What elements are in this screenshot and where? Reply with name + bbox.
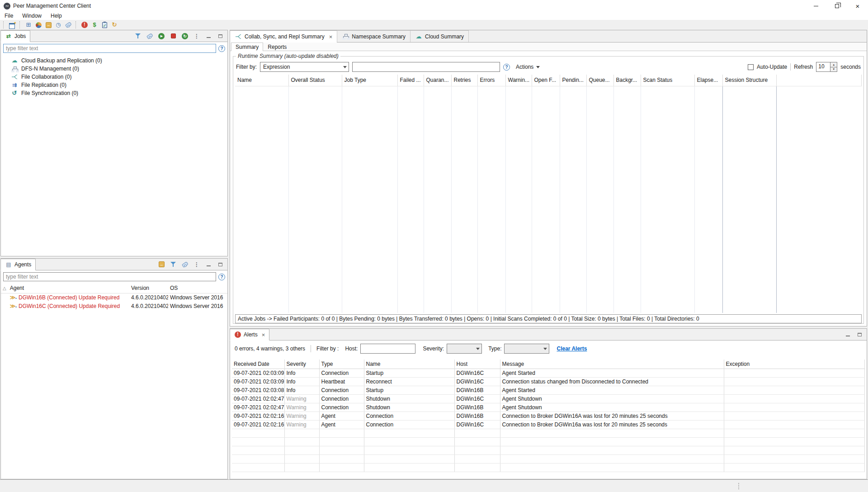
column-elapsed[interactable]: Elapse... [694, 75, 722, 86]
subtab-reports[interactable]: Reports [263, 43, 291, 51]
column-session-structure[interactable]: Session Structure [722, 75, 776, 86]
column-errors[interactable]: Errors [477, 75, 505, 86]
alert-row[interactable]: 09-07-2021 02:02:47WarningConnectionShut… [232, 403, 865, 412]
column-received-date[interactable]: Received Date [232, 360, 284, 369]
filter-help-icon[interactable]: ? [503, 64, 510, 71]
close-tab-icon[interactable]: × [329, 33, 333, 40]
jobs-filter-input[interactable] [3, 44, 216, 53]
agents-column-version[interactable]: Version [129, 283, 168, 293]
column-message[interactable]: Message [500, 360, 724, 369]
column-queued[interactable]: Queue... [586, 75, 613, 86]
window-minimize-button[interactable] [806, 0, 826, 12]
column-name[interactable]: Name [235, 75, 288, 86]
auto-update-checkbox[interactable] [748, 64, 754, 70]
host-filter-input[interactable] [360, 344, 415, 354]
jobs-icon: ⇄ [5, 33, 12, 40]
tab-jobs[interactable]: ⇄ Jobs [0, 30, 30, 42]
alerts-maximize-button[interactable] [854, 330, 864, 339]
agents-maximize-button[interactable] [215, 260, 225, 269]
restart-job-button[interactable]: ↻ [180, 32, 190, 41]
new-job-button[interactable] [7, 20, 17, 29]
subtab-summary[interactable]: Summary [231, 43, 263, 51]
tree-item-file-replication[interactable]: ⇉ File Replication (0) [1, 81, 227, 89]
column-failed[interactable]: Failed ... [397, 75, 424, 86]
tree-item-dfs-management[interactable]: DFS-N Management (0) [1, 65, 227, 73]
jobs-filter-button[interactable] [133, 32, 143, 41]
filter-mode-select[interactable]: Expression [260, 62, 349, 72]
install-button[interactable]: → [43, 20, 53, 29]
tab-agents[interactable]: ▤ Agents [0, 259, 36, 270]
agents-tag-button[interactable] [180, 260, 190, 269]
alerts-minimize-button[interactable] [843, 330, 853, 339]
agents-column-os[interactable]: OS [168, 283, 227, 293]
jobs-tag-button[interactable] [145, 32, 155, 41]
column-retries[interactable]: Retries [451, 75, 477, 86]
licenses-button[interactable]: $ [90, 20, 99, 29]
refresh-interval-spinner[interactable]: 10 ▲▼ [816, 62, 837, 72]
clear-alerts-link[interactable]: Clear Alerts [557, 345, 587, 352]
alert-row[interactable]: 09-07-2021 02:03:08InfoConnectionStartup… [232, 386, 865, 394]
tab-alerts[interactable]: ! Alerts × [230, 329, 269, 341]
menu-file[interactable]: File [0, 12, 18, 20]
column-exception[interactable]: Exception [724, 360, 865, 369]
check-updates-button[interactable]: ↻ [109, 20, 119, 29]
tree-item-file-collaboration[interactable]: File Collaboration (0) [1, 73, 227, 81]
agent-row[interactable]: ≫DGWin16B (Connected) Update Required 4.… [1, 293, 227, 302]
spinner-arrows[interactable]: ▲▼ [830, 62, 837, 71]
agents-view-menu-button[interactable]: ⋮ [192, 260, 202, 269]
agent-row[interactable]: ≫DGWin16C (Connected) Update Required 4.… [1, 302, 227, 310]
actions-menu-button[interactable]: Actions [513, 64, 542, 70]
alert-row[interactable]: 09-07-2021 02:03:09InfoConnectionStartup… [232, 369, 865, 377]
agents-filter-help-icon[interactable]: ? [218, 274, 225, 280]
close-tab-icon[interactable]: × [262, 331, 265, 338]
type-select[interactable] [504, 344, 549, 354]
schedule-button[interactable]: ◷ [53, 20, 63, 29]
tab-cloud-summary[interactable]: ☁ Cloud Summary [410, 30, 469, 42]
alert-row[interactable]: 09-07-2021 02:02:16WarningAgentConnectio… [232, 420, 865, 429]
column-name[interactable]: Name [364, 360, 454, 369]
view-jobs-button[interactable]: ⊞ [24, 20, 33, 29]
window-close-button[interactable]: × [847, 0, 868, 12]
start-job-button[interactable]: ▶ [156, 32, 166, 41]
severity-select[interactable] [447, 344, 482, 354]
alert-row[interactable]: 09-07-2021 02:02:47WarningConnectionShut… [232, 394, 865, 403]
jobs-view-menu-button[interactable]: ⋮ [192, 32, 202, 41]
menu-window[interactable]: Window [18, 12, 46, 20]
refresh-value: 10 [816, 62, 830, 71]
jobs-maximize-button[interactable] [215, 32, 225, 41]
tab-collab-sync-repl-summary[interactable]: Collab, Sync, and Repl Summary × [230, 30, 337, 43]
window-restore-button[interactable] [826, 0, 847, 12]
menu-help[interactable]: Help [46, 12, 66, 20]
agents-minimize-button[interactable] [203, 260, 213, 269]
agents-column-agent[interactable]: △Agent [1, 283, 129, 293]
column-warnings[interactable]: Warnin... [505, 75, 532, 86]
tags-button[interactable] [63, 20, 73, 29]
column-background[interactable]: Backgr... [613, 75, 641, 86]
agents-filter-button[interactable] [168, 260, 178, 269]
tasks-button[interactable] [99, 20, 109, 29]
tree-item-file-synchronization[interactable]: ↺ File Synchronization (0) [1, 89, 227, 97]
column-quarantined[interactable]: Quaran... [424, 75, 451, 86]
toolbar-separator [19, 21, 23, 28]
jobs-minimize-button[interactable] [203, 32, 213, 41]
column-scan-status[interactable]: Scan Status [641, 75, 694, 86]
statistics-button[interactable] [33, 20, 43, 29]
column-severity[interactable]: Severity [284, 360, 319, 369]
status-bar-grip[interactable] [738, 483, 739, 484]
jobs-filter-help-icon[interactable]: ? [218, 45, 225, 52]
alert-row[interactable]: 09-07-2021 02:02:16WarningAgentConnectio… [232, 412, 865, 420]
column-host[interactable]: Host [454, 360, 500, 369]
tree-item-cloud-backup[interactable]: ☁ Cloud Backup and Replication (0) [1, 57, 227, 65]
tab-namespace-summary[interactable]: Namespace Summary [337, 30, 410, 42]
column-pending[interactable]: Pendin... [560, 75, 586, 86]
agents-filter-input[interactable] [3, 272, 216, 281]
install-agent-button[interactable]: → [156, 260, 166, 269]
column-job-type[interactable]: Job Type [342, 75, 397, 86]
alert-row[interactable]: 09-07-2021 02:03:09InfoHeartbeatReconnec… [232, 377, 865, 386]
column-open-files[interactable]: Open F... [532, 75, 560, 86]
stop-job-button[interactable] [168, 32, 178, 41]
column-overall-status[interactable]: Overall Status [288, 75, 342, 86]
filter-expression-input[interactable] [352, 62, 500, 72]
alerts-button[interactable]: ! [80, 20, 90, 29]
column-type[interactable]: Type [319, 360, 364, 369]
